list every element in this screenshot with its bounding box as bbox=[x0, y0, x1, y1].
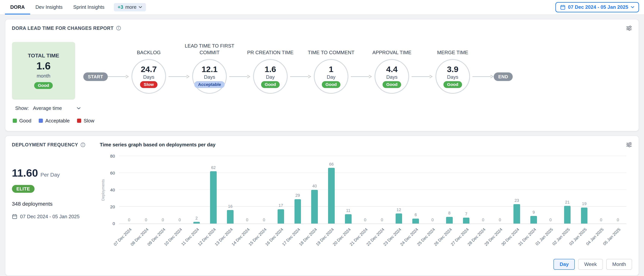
deployment-body: 11.60 Per Day ELITE 348 deployments 07 D… bbox=[12, 151, 632, 259]
bar-rect[interactable] bbox=[463, 218, 470, 224]
x-axis-label: 08 Dec 2024 bbox=[130, 227, 150, 247]
bar-rect[interactable] bbox=[193, 222, 200, 224]
bar-24-dec-2024[interactable]: 624 Dec 2024 bbox=[407, 156, 424, 224]
bar-12-dec-2024[interactable]: 6212 Dec 2024 bbox=[205, 156, 222, 224]
y-tick-label: 0 bbox=[112, 221, 115, 226]
bar-16-dec-2024[interactable]: 1716 Dec 2024 bbox=[272, 156, 289, 224]
stage-circle[interactable]: 1DayGood bbox=[314, 59, 348, 94]
status-badge: Good bbox=[444, 81, 462, 88]
calendar-icon bbox=[560, 5, 566, 10]
stage-circle[interactable]: 12.1DaysAcceptable bbox=[192, 59, 227, 94]
stage-circle[interactable]: 24.7DaysSlow bbox=[132, 59, 166, 94]
bar-03-jan-2025[interactable]: 1903 Jan 2025 bbox=[576, 156, 593, 224]
bar-value-label: 11 bbox=[346, 208, 350, 213]
bar-20-dec-2024[interactable]: 1120 Dec 2024 bbox=[340, 156, 357, 224]
status-badge: Good bbox=[322, 81, 340, 88]
date-range-picker[interactable]: 07 Dec 2024 - 05 Jan 2025 bbox=[556, 2, 639, 12]
bar-rect[interactable] bbox=[294, 199, 301, 224]
bar-22-dec-2024[interactable]: 022 Dec 2024 bbox=[374, 156, 390, 224]
tab-sprint-insights[interactable]: Sprint Insights bbox=[68, 0, 110, 15]
bar-rect[interactable] bbox=[412, 219, 419, 224]
show-metric-dropdown[interactable]: Show: Average time bbox=[15, 105, 81, 111]
x-axis-label: 17 Dec 2024 bbox=[281, 227, 301, 247]
bar-26-dec-2024[interactable]: 826 Dec 2024 bbox=[441, 156, 458, 224]
lead-time-header: DORA LEAD TIME FOR CHANGES REPORT bbox=[12, 25, 632, 31]
stage-circle[interactable]: 4.4DaysGood bbox=[374, 59, 409, 94]
total-time-status-badge: Good bbox=[34, 82, 53, 89]
bar-rect[interactable] bbox=[514, 204, 520, 224]
bar-21-dec-2024[interactable]: 021 Dec 2024 bbox=[357, 156, 374, 224]
bar-31-dec-2024[interactable]: 931 Dec 2024 bbox=[525, 156, 542, 224]
more-tabs-count: +3 bbox=[118, 4, 123, 10]
bar-value-label: 0 bbox=[600, 217, 602, 222]
bar-18-dec-2024[interactable]: 4018 Dec 2024 bbox=[306, 156, 323, 224]
tab-dev-insights[interactable]: Dev Insights bbox=[30, 0, 68, 15]
bar-11-dec-2024[interactable]: 211 Dec 2024 bbox=[188, 156, 205, 224]
more-tabs-label: more bbox=[125, 4, 136, 10]
stage-circle[interactable]: 3.9DaysGood bbox=[436, 59, 470, 94]
settings-sliders-icon[interactable] bbox=[626, 25, 632, 31]
toggle-day[interactable]: Day bbox=[554, 259, 575, 270]
bars-container: 007 Dec 2024008 Dec 2024009 Dec 2024010 … bbox=[121, 156, 626, 224]
bar-23-dec-2024[interactable]: 1223 Dec 2024 bbox=[390, 156, 407, 224]
bar-04-jan-2025[interactable]: 004 Jan 2025 bbox=[592, 156, 610, 224]
bar-19-dec-2024[interactable]: 6619 Dec 2024 bbox=[323, 156, 340, 224]
deployments-chart: Deployments 020406080007 Dec 2024008 Dec… bbox=[100, 151, 632, 259]
bar-rect[interactable] bbox=[210, 171, 217, 224]
settings-sliders-icon[interactable] bbox=[626, 142, 632, 148]
bar-rect[interactable] bbox=[581, 208, 588, 224]
bar-29-dec-2024[interactable]: 029 Dec 2024 bbox=[492, 156, 508, 224]
tab-dora[interactable]: DORA bbox=[5, 0, 30, 15]
bar-28-dec-2024[interactable]: 028 Dec 2024 bbox=[475, 156, 492, 224]
stage-backlog: BACKLOG24.7DaysSlow bbox=[129, 59, 168, 94]
bar-10-dec-2024[interactable]: 010 Dec 2024 bbox=[171, 156, 188, 224]
toggle-month[interactable]: Month bbox=[606, 259, 632, 270]
x-axis-label: 07 Dec 2024 bbox=[113, 227, 133, 247]
bar-01-jan-2025[interactable]: 001 Jan 2025 bbox=[542, 156, 559, 224]
legend-label: Slow bbox=[84, 118, 94, 124]
stage-circle[interactable]: 1.6DayGood bbox=[253, 59, 288, 94]
bar-rect[interactable] bbox=[328, 168, 335, 224]
bar-rect[interactable] bbox=[311, 190, 318, 224]
info-icon[interactable] bbox=[80, 142, 86, 147]
bar-rect[interactable] bbox=[446, 217, 453, 224]
flow-arrow-icon bbox=[108, 75, 129, 79]
bar-05-jan-2025[interactable]: 005 Jan 2025 bbox=[610, 156, 626, 224]
stage-value: 1 bbox=[329, 65, 334, 74]
stage-time-to-comment: TIME TO COMMENT1DayGood bbox=[311, 59, 351, 94]
total-time-unit: month bbox=[36, 73, 50, 79]
bar-13-dec-2024[interactable]: 1613 Dec 2024 bbox=[222, 156, 239, 224]
more-tabs-chip[interactable]: +3 more bbox=[114, 3, 146, 12]
dora-dashboard: DORADev InsightsSprint Insights +3 more … bbox=[0, 0, 644, 276]
bar-rect[interactable] bbox=[530, 216, 537, 224]
x-axis-label: 04 Jan 2025 bbox=[585, 227, 605, 246]
bar-07-dec-2024[interactable]: 007 Dec 2024 bbox=[121, 156, 138, 224]
bar-14-dec-2024[interactable]: 014 Dec 2024 bbox=[239, 156, 256, 224]
bar-17-dec-2024[interactable]: 2917 Dec 2024 bbox=[289, 156, 306, 224]
bar-rect[interactable] bbox=[278, 209, 284, 224]
bar-09-dec-2024[interactable]: 009 Dec 2024 bbox=[154, 156, 171, 224]
bar-15-dec-2024[interactable]: 015 Dec 2024 bbox=[256, 156, 272, 224]
legend-item-slow: Slow bbox=[77, 118, 94, 124]
bar-value-label: 0 bbox=[617, 217, 619, 222]
stage-title: APPROVAL TIME bbox=[361, 49, 423, 56]
x-axis-label: 03 Jan 2025 bbox=[568, 227, 588, 246]
legend-item-good: Good bbox=[13, 118, 31, 124]
bar-27-dec-2024[interactable]: 727 Dec 2024 bbox=[458, 156, 475, 224]
stage-title: BACKLOG bbox=[118, 49, 180, 56]
bar-25-dec-2024[interactable]: 025 Dec 2024 bbox=[424, 156, 441, 224]
bar-30-dec-2024[interactable]: 2330 Dec 2024 bbox=[508, 156, 525, 224]
toggle-week[interactable]: Week bbox=[578, 259, 603, 270]
bar-rect[interactable] bbox=[564, 206, 571, 224]
deployment-rate: 11.60 Per Day bbox=[12, 167, 100, 179]
lead-time-flow: STARTBACKLOG24.7DaysSlowLEAD TIME TO FIR… bbox=[83, 36, 513, 94]
bar-rect[interactable] bbox=[396, 213, 402, 224]
stage-title: PR CREATION TIME bbox=[239, 49, 302, 56]
bar-02-jan-2025[interactable]: 2102 Jan 2025 bbox=[559, 156, 576, 224]
bar-08-dec-2024[interactable]: 008 Dec 2024 bbox=[138, 156, 154, 224]
bar-rect[interactable] bbox=[345, 214, 352, 224]
bar-rect[interactable] bbox=[227, 210, 234, 224]
info-icon[interactable] bbox=[116, 26, 121, 31]
stage-pr-creation-time: PR CREATION TIME1.6DayGood bbox=[251, 59, 290, 94]
lead-time-flow-row: TOTAL TIME 1.6 month Good STARTBACKLOG24… bbox=[12, 36, 632, 99]
